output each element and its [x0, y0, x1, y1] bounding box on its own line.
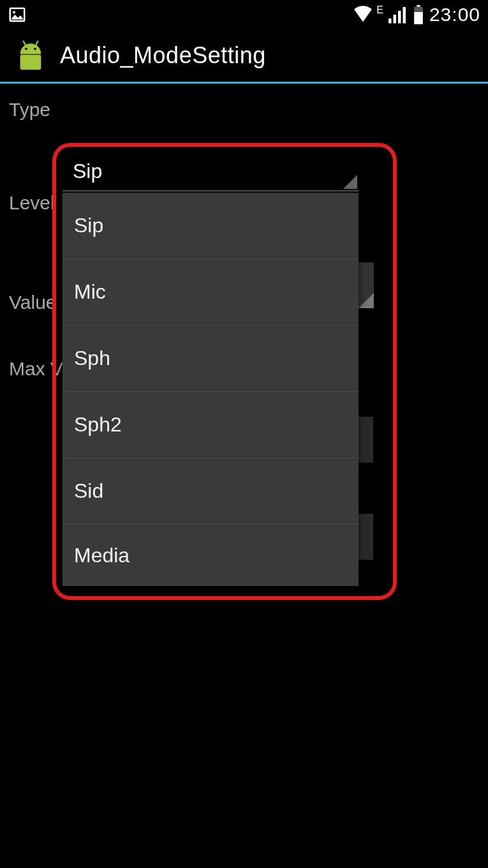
- type-dropdown-panel: Sip Mic Sph Sph2 Sid Media: [63, 193, 359, 586]
- type-label: Type: [9, 99, 479, 121]
- svg-rect-13: [20, 55, 41, 70]
- svg-line-9: [23, 41, 26, 45]
- app-title: Audio_ModeSetting: [60, 42, 266, 69]
- picture-icon: [8, 5, 27, 24]
- svg-line-10: [36, 41, 38, 45]
- svg-rect-5: [403, 7, 406, 24]
- battery-icon: [413, 5, 424, 24]
- type-option-sph2[interactable]: Sph2: [63, 392, 359, 458]
- type-spinner-selected: Sip: [73, 160, 102, 183]
- app-title-bar: Audio_ModeSetting: [0, 29, 488, 82]
- type-option-sph[interactable]: Sph: [63, 326, 359, 392]
- type-spinner[interactable]: Sip: [63, 152, 359, 191]
- wifi-icon: [352, 6, 374, 24]
- svg-rect-8: [414, 12, 423, 24]
- status-clock: 23:00: [429, 4, 480, 26]
- dropdown-triangle-icon: [343, 175, 357, 189]
- network-type-label: E: [376, 4, 383, 16]
- status-bar: E 23:00: [0, 0, 488, 29]
- type-option-sip[interactable]: Sip: [63, 193, 359, 259]
- svg-rect-2: [388, 19, 392, 24]
- svg-point-1: [13, 11, 15, 13]
- svg-point-12: [34, 48, 36, 50]
- svg-rect-6: [417, 5, 420, 7]
- svg-point-11: [25, 48, 27, 50]
- android-icon: [13, 38, 48, 73]
- dropdown-triangle-icon: [359, 293, 374, 308]
- type-option-media[interactable]: Media: [63, 525, 359, 586]
- svg-rect-4: [398, 11, 401, 24]
- signal-icon: [388, 6, 408, 24]
- type-option-mic[interactable]: Mic: [63, 259, 359, 326]
- svg-rect-3: [393, 15, 396, 24]
- type-option-sid[interactable]: Sid: [63, 458, 359, 525]
